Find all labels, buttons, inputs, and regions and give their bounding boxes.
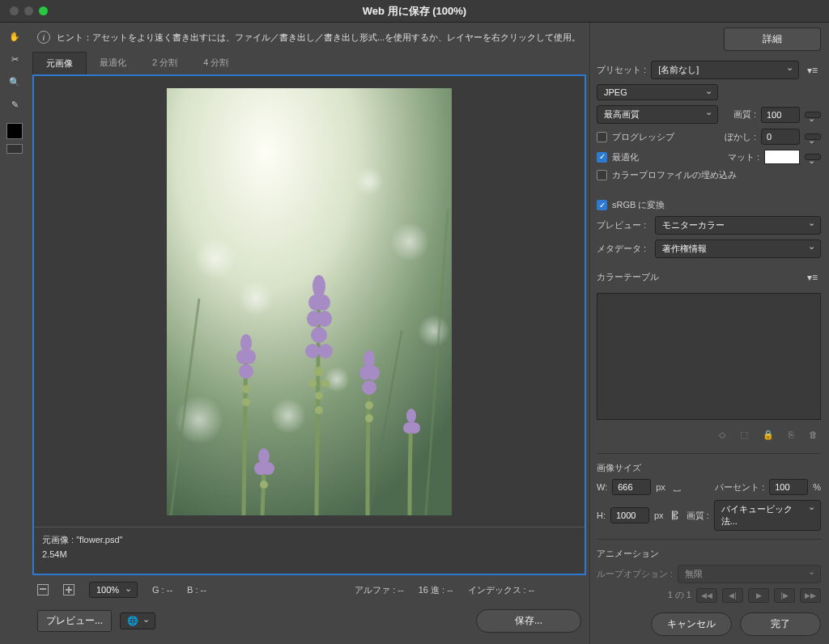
percent-input[interactable] bbox=[769, 479, 808, 495]
browser-preview-select[interactable]: 🌐 bbox=[120, 612, 155, 629]
toolstrip: ✋ ✂ 🔍 ✎ bbox=[0, 23, 29, 644]
svg-point-23 bbox=[367, 366, 380, 380]
zoom-tool-icon[interactable]: 🔍 bbox=[4, 73, 25, 91]
svg-point-37 bbox=[242, 398, 250, 406]
minus-icon[interactable] bbox=[37, 584, 49, 595]
canvas-info: 元画像 : "flower.psd" 2.54M bbox=[34, 527, 585, 574]
embed-profile-checkbox[interactable] bbox=[597, 170, 607, 180]
eyedropper-color-swatch[interactable] bbox=[6, 123, 23, 139]
svg-point-28 bbox=[406, 409, 416, 423]
matte-select[interactable] bbox=[805, 154, 821, 160]
detail-button[interactable]: 詳細 bbox=[724, 28, 821, 51]
hand-tool-icon[interactable]: ✋ bbox=[4, 28, 25, 45]
svg-point-35 bbox=[315, 406, 323, 414]
anim-first-icon[interactable]: ◀◀ bbox=[696, 588, 717, 603]
svg-point-24 bbox=[362, 380, 376, 395]
svg-point-30 bbox=[409, 422, 420, 434]
metadata-select[interactable]: 著作権情報 bbox=[655, 239, 821, 258]
preview-label: プレビュー : bbox=[597, 219, 650, 231]
svg-point-21 bbox=[363, 350, 375, 368]
matte-color-swatch[interactable] bbox=[764, 150, 800, 164]
svg-point-15 bbox=[305, 344, 320, 358]
w-label: W: bbox=[597, 482, 607, 492]
svg-point-27 bbox=[261, 462, 274, 475]
cancel-button[interactable]: キャンセル bbox=[651, 612, 732, 636]
quality-input[interactable] bbox=[761, 107, 800, 123]
blur-label: ぼかし : bbox=[725, 131, 756, 143]
svg-point-17 bbox=[240, 334, 252, 352]
window-title: Web 用に保存 (100%) bbox=[0, 4, 829, 19]
svg-point-2 bbox=[238, 281, 274, 316]
canvas-area[interactable] bbox=[34, 76, 585, 527]
tab-optimized[interactable]: 最適化 bbox=[87, 52, 139, 74]
preview-button[interactable]: プレビュー... bbox=[37, 610, 112, 632]
preset-menu-icon[interactable]: ▾≡ bbox=[804, 65, 821, 76]
status-alpha: アルファ : -- bbox=[355, 584, 404, 596]
tab-4up[interactable]: 4 分割 bbox=[190, 52, 241, 74]
status-index: インデックス : -- bbox=[468, 584, 535, 596]
canvas-wrap: 元画像 : "flower.psd" 2.54M bbox=[32, 74, 586, 575]
slice-visibility-icon[interactable] bbox=[6, 144, 23, 154]
anim-play-icon[interactable]: ▶ bbox=[748, 588, 769, 603]
blur-stepper[interactable] bbox=[805, 133, 821, 140]
color-table bbox=[597, 293, 821, 420]
svg-point-19 bbox=[243, 350, 256, 364]
quality-stepper[interactable] bbox=[805, 112, 821, 118]
optimize-checkbox[interactable] bbox=[597, 152, 607, 163]
svg-point-38 bbox=[365, 401, 373, 409]
zoom-select[interactable]: 100% bbox=[89, 582, 138, 598]
blur-input[interactable] bbox=[761, 129, 800, 145]
slice-select-tool-icon[interactable]: ✂ bbox=[4, 50, 25, 68]
svg-point-39 bbox=[365, 414, 373, 422]
save-button[interactable]: 保存... bbox=[476, 609, 581, 633]
progressive-checkbox[interactable] bbox=[597, 132, 607, 142]
svg-point-20 bbox=[239, 364, 253, 379]
status-B: B : -- bbox=[187, 585, 206, 595]
status-bar: 100% G : -- B : -- アルファ : -- 16 進 : -- イ… bbox=[32, 575, 586, 604]
eyedropper-tool-icon[interactable]: ✎ bbox=[4, 95, 25, 113]
format-select[interactable]: JPEG bbox=[597, 84, 718, 100]
ct-snap-icon[interactable]: ◇ bbox=[719, 430, 725, 440]
color-table-icons: ◇ ⬚ 🔒 ⎘ 🗑 bbox=[597, 425, 821, 445]
preview-select[interactable]: モニターカラー bbox=[655, 216, 821, 235]
svg-point-5 bbox=[418, 315, 450, 347]
svg-point-25 bbox=[258, 448, 270, 464]
color-table-label: カラーテーブル bbox=[597, 271, 659, 283]
loop-label: ループオプション : bbox=[597, 568, 673, 580]
svg-point-7 bbox=[270, 398, 306, 434]
tab-2up[interactable]: 2 分割 bbox=[139, 52, 190, 74]
ct-lock-icon[interactable]: 🔒 bbox=[763, 430, 774, 440]
svg-point-32 bbox=[308, 379, 317, 388]
tab-original[interactable]: 元画像 bbox=[32, 52, 87, 74]
quality-preset-select[interactable]: 最高画質 bbox=[597, 105, 718, 124]
matte-label: マット : bbox=[728, 151, 759, 163]
anim-last-icon[interactable]: ▶▶ bbox=[800, 588, 821, 603]
anim-next-icon[interactable]: |▶ bbox=[774, 588, 795, 603]
link-dimensions-icon[interactable]: ⎵ bbox=[670, 481, 683, 494]
plus-icon[interactable] bbox=[63, 584, 74, 595]
preset-select[interactable]: [名前なし] bbox=[651, 61, 799, 79]
animation-label: アニメーション bbox=[597, 548, 821, 560]
link-chain-icon[interactable]: 𝄡 bbox=[669, 509, 682, 523]
width-input[interactable] bbox=[612, 479, 651, 495]
percent-unit: % bbox=[813, 482, 821, 492]
percent-label: パーセント : bbox=[715, 481, 764, 494]
svg-point-31 bbox=[314, 366, 324, 376]
quality-label: 画質 : bbox=[733, 108, 756, 121]
height-input[interactable] bbox=[610, 507, 649, 523]
resample-select[interactable]: バイキュービック法... bbox=[714, 500, 821, 531]
ct-cube-icon[interactable]: ⬚ bbox=[740, 430, 748, 440]
srgb-label: sRGB に変換 bbox=[612, 199, 665, 211]
ct-new-icon[interactable]: ⎘ bbox=[789, 430, 794, 440]
svg-point-1 bbox=[194, 237, 236, 279]
w-unit: px bbox=[656, 482, 665, 492]
quality2-label: 画質 : bbox=[687, 510, 709, 522]
svg-point-4 bbox=[390, 222, 429, 261]
info-icon: i bbox=[37, 31, 50, 44]
anim-prev-icon[interactable]: ◀| bbox=[722, 588, 743, 603]
ct-trash-icon[interactable]: 🗑 bbox=[809, 430, 818, 440]
color-table-menu-icon[interactable]: ▾≡ bbox=[804, 272, 821, 283]
srgb-checkbox[interactable] bbox=[597, 200, 607, 210]
embed-profile-label: カラープロファイルの埋め込み bbox=[612, 169, 737, 181]
done-button[interactable]: 完了 bbox=[740, 612, 821, 636]
